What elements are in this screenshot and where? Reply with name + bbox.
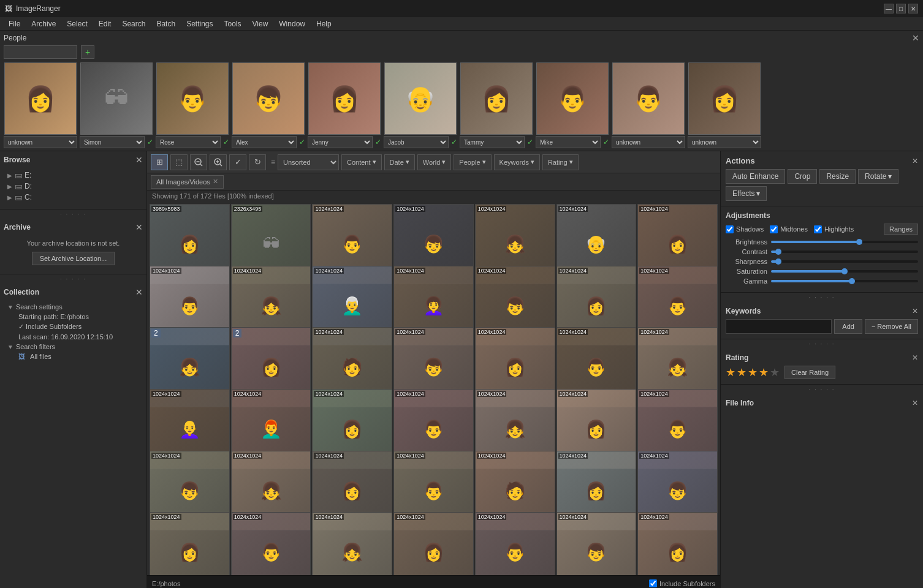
search-settings-item[interactable]: ▼ Search settings xyxy=(4,302,143,312)
brightness-thumb[interactable] xyxy=(856,239,862,245)
face-thumbnail[interactable]: 👴 xyxy=(384,62,457,135)
face-thumbnail[interactable]: 👨 xyxy=(612,62,685,135)
keywords-input[interactable] xyxy=(726,319,832,334)
grid-view-button[interactable]: ⊞ xyxy=(151,154,168,170)
keywords-add-button[interactable]: Add xyxy=(834,319,862,334)
world-filter-button[interactable]: World ▾ xyxy=(417,154,452,170)
image-cell[interactable]: 👦1024x1024 xyxy=(556,512,637,575)
zoom-out-button[interactable] xyxy=(190,154,207,170)
ranges-button[interactable]: Ranges xyxy=(884,224,918,235)
star-1[interactable]: ★ xyxy=(726,366,735,379)
star-2[interactable]: ★ xyxy=(737,366,746,379)
collection-close-button[interactable]: ✕ xyxy=(135,287,143,297)
menu-help[interactable]: Help xyxy=(311,18,336,29)
effects-button[interactable]: Effects ▾ xyxy=(726,186,767,201)
right-resize-handle-1[interactable]: · · · · · xyxy=(721,293,923,302)
keywords-close-button[interactable]: ✕ xyxy=(912,307,918,315)
face-name-select[interactable]: unknown xyxy=(4,136,77,148)
face-name-select[interactable]: unknown xyxy=(612,136,685,148)
rating-close-button[interactable]: ✕ xyxy=(912,353,918,362)
face-name-select[interactable]: unknown xyxy=(688,136,761,148)
face-name-select[interactable]: Tammy xyxy=(460,136,525,148)
gamma-thumb[interactable] xyxy=(849,278,855,284)
content-filter-button[interactable]: Content ▾ xyxy=(341,154,382,170)
image-cell[interactable]: 👨1024x1024 xyxy=(231,512,311,575)
rotate-button[interactable]: Rotate ▾ xyxy=(858,169,898,184)
drive-c[interactable]: ▶ 🖴 C: xyxy=(4,192,143,203)
resize-handle[interactable]: · · · · · xyxy=(0,209,146,219)
face-name-select[interactable]: Alex xyxy=(232,136,297,148)
menu-file[interactable]: File xyxy=(4,18,25,29)
saturation-thumb[interactable] xyxy=(841,268,848,274)
archive-close-button[interactable]: ✕ xyxy=(135,222,143,232)
face-thumbnail[interactable]: 👦 xyxy=(232,62,305,135)
all-images-tab[interactable]: All Images/Videos ✕ xyxy=(151,175,224,189)
face-thumbnail[interactable]: 👩 xyxy=(308,62,381,135)
face-thumbnail[interactable]: 👨 xyxy=(536,62,609,135)
resize-button[interactable]: Resize xyxy=(819,169,856,184)
tab-close-button[interactable]: ✕ xyxy=(213,178,218,186)
right-resize-handle-2[interactable]: · · · · · xyxy=(721,339,923,349)
contrast-thumb[interactable] xyxy=(775,249,781,255)
face-thumbnail[interactable]: 👨 xyxy=(156,62,229,135)
sharpness-thumb[interactable] xyxy=(775,258,781,265)
face-thumbnail[interactable]: 👩 xyxy=(4,62,77,135)
image-cell[interactable]: 👧1024x1024 xyxy=(312,512,392,575)
image-cell[interactable]: 👩1024x1024 xyxy=(393,512,474,575)
clear-rating-button[interactable]: Clear Rating xyxy=(784,366,835,379)
zoom-in-button[interactable] xyxy=(210,154,227,170)
image-cell[interactable]: 👨1024x1024 xyxy=(475,512,555,575)
people-filter-button[interactable]: People ▾ xyxy=(454,154,491,170)
right-resize-handle-3[interactable]: · · · · · xyxy=(721,385,923,394)
menu-window[interactable]: Window xyxy=(274,18,310,29)
shadows-checkbox[interactable] xyxy=(726,225,734,233)
menu-archive[interactable]: Archive xyxy=(26,18,61,29)
midtones-checkbox[interactable] xyxy=(770,225,778,233)
drive-e[interactable]: ▶ 🖴 E: xyxy=(4,170,143,181)
date-filter-button[interactable]: Date ▾ xyxy=(384,154,415,170)
refresh-button[interactable]: ↻ xyxy=(249,154,266,170)
menu-tools[interactable]: Tools xyxy=(219,18,246,29)
actions-close-button[interactable]: ✕ xyxy=(912,157,918,165)
menu-edit[interactable]: Edit xyxy=(94,18,116,29)
check-button[interactable]: ✓ xyxy=(229,154,246,170)
star-3[interactable]: ★ xyxy=(748,366,758,379)
menu-settings[interactable]: Settings xyxy=(181,18,218,29)
search-filters-item[interactable]: ▼ Search filters xyxy=(4,342,143,352)
include-subfolders-item[interactable]: ✓ Include Subfolders xyxy=(16,322,143,332)
face-name-select[interactable]: Jenny xyxy=(308,136,373,148)
rating-filter-button[interactable]: Rating ▾ xyxy=(542,154,579,170)
highlights-checkbox[interactable] xyxy=(814,225,822,233)
face-thumbnail[interactable]: 🕶 xyxy=(80,62,153,135)
browse-close-button[interactable]: ✕ xyxy=(135,155,143,165)
people-close-button[interactable]: ✕ xyxy=(912,33,919,43)
select-button[interactable]: ⬚ xyxy=(170,154,188,170)
sort-select[interactable]: Unsorted By Name By Date By Size xyxy=(278,154,339,170)
menu-select[interactable]: Select xyxy=(62,18,92,29)
crop-button[interactable]: Crop xyxy=(788,169,817,184)
star-4[interactable]: ★ xyxy=(759,366,769,379)
auto-enhance-button[interactable]: Auto Enhance xyxy=(726,169,785,184)
minimize-button[interactable]: — xyxy=(884,4,894,13)
face-thumbnail[interactable]: 👩 xyxy=(460,62,533,135)
people-search-input[interactable] xyxy=(4,45,77,59)
keywords-remove-button[interactable]: − Remove All xyxy=(865,319,918,334)
star-5[interactable]: ★ xyxy=(770,366,780,379)
image-cell[interactable]: 👩1024x1024 xyxy=(150,512,230,575)
close-button[interactable]: ✕ xyxy=(908,4,918,13)
people-add-button[interactable]: + xyxy=(81,45,94,59)
file-info-close-button[interactable]: ✕ xyxy=(912,399,918,407)
menu-view[interactable]: View xyxy=(248,18,273,29)
keywords-filter-button[interactable]: Keywords ▾ xyxy=(494,154,540,170)
face-name-select[interactable]: Simon xyxy=(80,136,145,148)
all-files-item[interactable]: 🖼 All files xyxy=(16,352,143,361)
resize-handle-2[interactable]: · · · · · xyxy=(0,274,146,284)
set-archive-location-button[interactable]: Set Archive Location... xyxy=(32,252,115,265)
face-thumbnail[interactable]: 👩 xyxy=(688,62,761,135)
maximize-button[interactable]: □ xyxy=(896,4,906,13)
drive-d[interactable]: ▶ 🖴 D: xyxy=(4,181,143,192)
face-name-select[interactable]: Jacob xyxy=(384,136,449,148)
include-subfolders-checkbox[interactable] xyxy=(649,579,657,587)
image-cell[interactable]: 👩1024x1024 xyxy=(637,512,718,575)
menu-search[interactable]: Search xyxy=(117,18,150,29)
